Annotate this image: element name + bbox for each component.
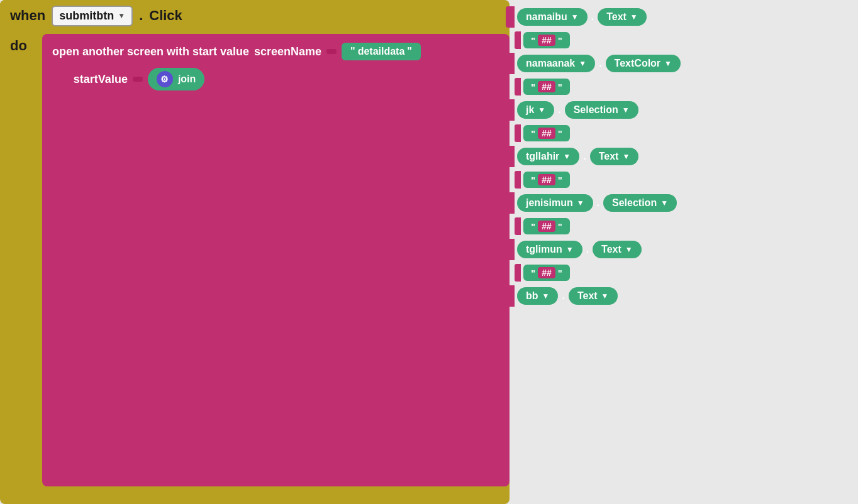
notch-10 — [506, 239, 515, 260]
join-block[interactable]: ⚙ join — [148, 68, 204, 90]
do-label: do — [0, 31, 37, 54]
dot-separator: . — [139, 8, 143, 24]
start-value-label: startValue — [52, 73, 128, 86]
notch-8 — [506, 192, 515, 214]
join-item-5: "##" — [503, 124, 858, 142]
join-item-8: jenisimun▼.Selection▼ — [503, 192, 858, 214]
start-value-connector — [133, 77, 143, 82]
hash-notch-7 — [515, 171, 521, 189]
join-item-4: jk▼.Selection▼ — [503, 99, 858, 121]
join-item-6: tgllahir▼.Text▼ — [503, 146, 858, 167]
gear-icon: ⚙ — [157, 71, 173, 87]
connector-plug — [326, 49, 337, 54]
join-item-1: "##" — [503, 31, 858, 49]
do-block: do open another screen with start value … — [0, 0, 510, 504]
notch-2 — [506, 53, 515, 74]
component-pill-2[interactable]: namaanak▼ — [517, 55, 595, 72]
hash-block-5: "##" — [523, 125, 570, 141]
component-dropdown[interactable]: submitbtn ▼ — [52, 6, 133, 26]
component-pill-10[interactable]: tglimun▼ — [517, 241, 582, 258]
property-pill-10[interactable]: Text▼ — [593, 241, 642, 258]
start-value-row: startValue ⚙ join — [52, 68, 499, 90]
component-pill-8[interactable]: jenisimun▼ — [517, 194, 593, 212]
notch-4 — [506, 99, 515, 121]
hash-block-11: "##" — [523, 265, 570, 281]
hash-notch-5 — [515, 124, 521, 142]
notch-0 — [506, 6, 515, 28]
component-dropdown-arrow: ▼ — [118, 11, 125, 20]
hash-block-1: "##" — [523, 32, 570, 48]
action-text: open another screen with start value — [52, 45, 249, 58]
open-screen-row: open another screen with start value scr… — [52, 43, 499, 60]
join-item-2: namaanak▼.TextColor▼ — [503, 53, 858, 74]
component-pill-4[interactable]: jk▼ — [517, 101, 554, 119]
right-panel: namaibu▼.Text▼"##"namaanak▼.TextColor▼"#… — [503, 0, 858, 313]
when-block: when submitbtn ▼ . Click — [0, 0, 264, 31]
property-pill-12[interactable]: Text▼ — [569, 287, 618, 305]
join-item-3: "##" — [503, 78, 858, 96]
join-item-11: "##" — [503, 264, 858, 282]
join-item-10: tglimun▼.Text▼ — [503, 239, 858, 260]
join-item-0: namaibu▼.Text▼ — [503, 6, 858, 28]
property-pill-0[interactable]: Text▼ — [598, 8, 647, 26]
property-pill-4[interactable]: Selection▼ — [565, 101, 638, 119]
hash-notch-3 — [515, 78, 521, 96]
component-pill-12[interactable]: bb▼ — [517, 287, 558, 305]
event-label: Click — [149, 8, 182, 24]
property-pill-2[interactable]: TextColor▼ — [606, 55, 681, 72]
hash-notch-11 — [515, 264, 521, 282]
hash-block-3: "##" — [523, 79, 570, 95]
component-pill-0[interactable]: namaibu▼ — [517, 8, 588, 26]
hash-block-9: "##" — [523, 218, 570, 234]
property-pill-6[interactable]: Text▼ — [590, 148, 639, 165]
hash-block-7: "##" — [523, 172, 570, 188]
join-item-7: "##" — [503, 171, 858, 189]
when-label: when — [10, 8, 45, 24]
component-name: submitbtn — [59, 9, 114, 23]
screen-name-value: " detaildata " — [342, 43, 421, 60]
notch-6 — [506, 146, 515, 167]
join-item-12: bb▼.Text▼ — [503, 285, 858, 307]
component-pill-6[interactable]: tgllahir▼ — [517, 148, 579, 165]
hash-notch-9 — [515, 217, 521, 235]
pink-block: open another screen with start value scr… — [42, 34, 510, 486]
join-item-9: "##" — [503, 217, 858, 235]
screen-name-label: screenName — [254, 45, 321, 58]
notch-12 — [506, 285, 515, 307]
hash-notch-1 — [515, 31, 521, 49]
property-pill-8[interactable]: Selection▼ — [603, 194, 677, 212]
